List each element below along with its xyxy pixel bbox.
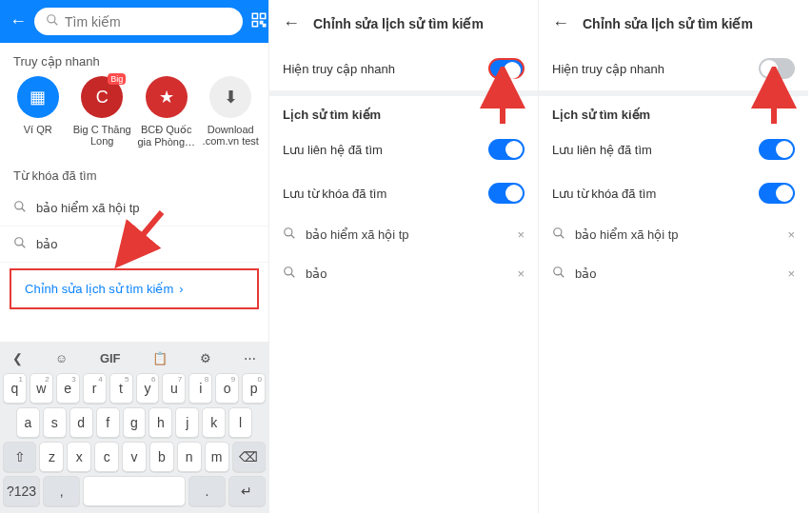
key-b[interactable]: b xyxy=(149,442,174,472)
svg-point-19 xyxy=(554,228,562,236)
history-text: bảo xyxy=(575,266,596,281)
save-keywords-toggle[interactable] xyxy=(488,183,525,204)
quick-item-download[interactable]: ⬇ Download .com.vn test xyxy=(201,76,260,148)
delete-history-button[interactable]: × xyxy=(517,227,525,242)
quick-access-label: Truy cập nhanh xyxy=(0,43,268,76)
edit-history-label: Chỉnh sửa lịch sử tìm kiếm xyxy=(25,282,173,296)
key-d[interactable]: d xyxy=(69,407,93,438)
quick-access-toggle[interactable] xyxy=(488,58,525,79)
search-icon xyxy=(46,13,59,30)
key-l[interactable]: l xyxy=(228,407,252,438)
key-h[interactable]: h xyxy=(149,407,172,438)
key-u[interactable]: u7 xyxy=(162,373,186,404)
quick-access-toggle-label: Hiện truy cập nhanh xyxy=(283,62,395,76)
history-text: bảo xyxy=(36,237,57,251)
key-v[interactable]: v xyxy=(122,442,147,472)
key-q[interactable]: q1 xyxy=(3,373,27,404)
key-c[interactable]: c xyxy=(94,442,119,472)
quick-item-bcd[interactable]: ★ BCĐ Quốc gia Phòng… xyxy=(137,76,196,148)
quick-item-bigc[interactable]: CBig Big C Thăng Long xyxy=(72,76,131,148)
kb-clipboard-icon[interactable]: 📋 xyxy=(149,349,171,367)
history-item[interactable]: bảo hiểm xã hội tp × xyxy=(539,215,808,254)
key-?123[interactable]: ?123 xyxy=(3,476,40,506)
history-section-label: Lịch sử tìm kiếm xyxy=(269,96,538,128)
key-,[interactable]: , xyxy=(43,476,80,506)
history-text: bảo xyxy=(306,266,327,281)
key-space[interactable] xyxy=(83,476,186,506)
qr-icon[interactable] xyxy=(250,11,267,32)
search-icon xyxy=(283,266,296,282)
svg-point-21 xyxy=(554,267,562,275)
edit-search-history-button[interactable]: Chỉnh sửa lịch sử tìm kiếm › xyxy=(10,268,259,309)
key-.[interactable]: . xyxy=(188,476,226,506)
quick-access-row: ▦ Ví QR CBig Big C Thăng Long ★ BCĐ Quốc… xyxy=(0,76,268,157)
history-item[interactable]: bảo hiểm xã hội tp xyxy=(0,190,268,227)
key-e[interactable]: e3 xyxy=(56,373,80,404)
kb-emoji-icon[interactable]: ☺ xyxy=(51,349,71,367)
save-contacts-label: Lưu liên hệ đã tìm xyxy=(552,143,652,157)
search-field[interactable] xyxy=(34,8,243,35)
delete-history-button[interactable]: × xyxy=(517,266,525,281)
search-icon xyxy=(283,227,296,243)
kb-gif-button[interactable]: GIF xyxy=(96,349,125,367)
quick-item-label: Download .com.vn test xyxy=(201,124,260,147)
keyboard[interactable]: ❮ ☺ GIF 📋 ⚙ ⋯ q1w2e3r4t5y6u7i8o9p0asdfgh… xyxy=(0,342,268,513)
svg-point-9 xyxy=(15,238,23,246)
search-header: ← xyxy=(0,0,268,43)
key-a[interactable]: a xyxy=(16,407,40,438)
delete-history-button[interactable]: × xyxy=(787,266,795,281)
save-contacts-toggle-row: Lưu liên hệ đã tìm xyxy=(539,128,808,171)
history-item[interactable]: bảo hiểm xã hội tp × xyxy=(269,215,538,254)
key-x[interactable]: x xyxy=(67,442,91,472)
key-o[interactable]: o9 xyxy=(215,373,239,404)
save-contacts-label: Lưu liên hệ đã tìm xyxy=(283,143,383,157)
key-m[interactable]: m xyxy=(205,442,229,472)
quick-access-toggle-label: Hiện truy cập nhanh xyxy=(552,62,664,76)
delete-history-button[interactable]: × xyxy=(787,227,795,242)
bigc-icon: CBig xyxy=(81,76,123,118)
quick-item-viqr[interactable]: ▦ Ví QR xyxy=(9,76,68,148)
key-↵[interactable]: ↵ xyxy=(228,476,266,506)
svg-line-1 xyxy=(54,22,58,26)
svg-point-0 xyxy=(48,15,55,23)
kb-more-icon[interactable]: ⋯ xyxy=(240,349,260,367)
history-item[interactable]: bảo × xyxy=(269,254,538,293)
key-y[interactable]: y6 xyxy=(136,373,160,404)
svg-rect-2 xyxy=(252,13,257,18)
back-icon[interactable]: ← xyxy=(283,13,300,33)
back-icon[interactable]: ← xyxy=(10,11,27,31)
quick-access-toggle[interactable] xyxy=(759,58,795,79)
key-j[interactable]: j xyxy=(175,407,199,438)
search-input[interactable] xyxy=(65,14,231,30)
key-i[interactable]: i8 xyxy=(188,373,212,404)
key-⇧[interactable]: ⇧ xyxy=(3,442,36,472)
back-icon[interactable]: ← xyxy=(552,13,569,33)
kb-collapse-icon[interactable]: ❮ xyxy=(9,349,27,367)
history-item[interactable]: bảo × xyxy=(539,254,808,293)
save-contacts-toggle[interactable] xyxy=(488,139,525,160)
kb-settings-icon[interactable]: ⚙ xyxy=(196,349,215,367)
svg-line-20 xyxy=(561,235,564,239)
key-k[interactable]: k xyxy=(202,407,226,438)
qr-wallet-icon: ▦ xyxy=(17,76,59,118)
search-icon xyxy=(13,236,27,252)
history-item[interactable]: bảo xyxy=(0,227,268,263)
save-keywords-toggle[interactable] xyxy=(759,183,795,204)
key-r[interactable]: r4 xyxy=(83,373,107,404)
key-s[interactable]: s xyxy=(43,407,67,438)
save-contacts-toggle-row: Lưu liên hệ đã tìm xyxy=(269,128,538,171)
key-w[interactable]: w2 xyxy=(30,373,53,404)
key-t[interactable]: t5 xyxy=(109,373,133,404)
key-f[interactable]: f xyxy=(96,407,120,438)
svg-rect-6 xyxy=(264,24,266,26)
key-g[interactable]: g xyxy=(123,407,147,438)
history-section-label: Lịch sử tìm kiếm xyxy=(539,96,808,128)
search-icon xyxy=(13,200,27,216)
key-p[interactable]: p0 xyxy=(242,373,266,404)
key-⌫[interactable]: ⌫ xyxy=(232,442,266,472)
key-z[interactable]: z xyxy=(39,442,64,472)
key-n[interactable]: n xyxy=(177,442,202,472)
save-contacts-toggle[interactable] xyxy=(759,139,795,160)
history-text: bảo hiểm xã hội tp xyxy=(36,201,140,215)
svg-line-22 xyxy=(561,274,564,278)
